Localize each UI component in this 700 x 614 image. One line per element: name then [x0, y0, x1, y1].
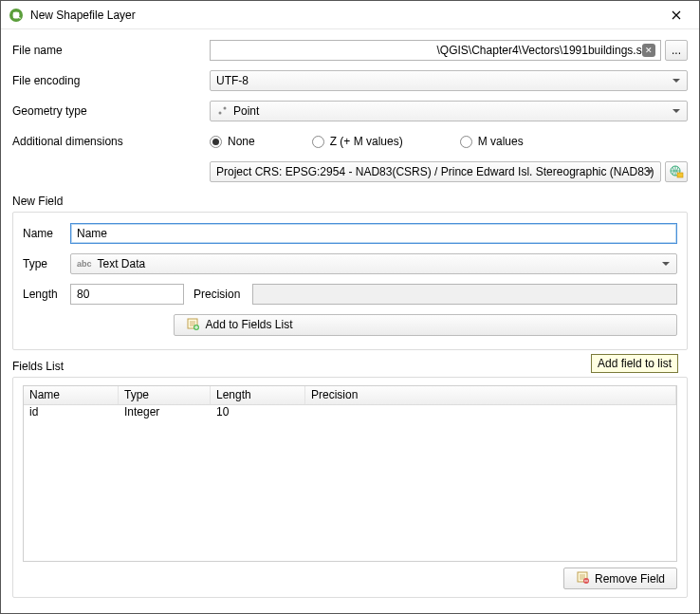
radio-none[interactable]: None: [210, 135, 255, 148]
fields-table[interactable]: Name Type Length Precision id Integer 10: [23, 385, 677, 562]
file-name-input[interactable]: [210, 40, 661, 61]
col-length[interactable]: Length: [211, 386, 305, 404]
new-field-title: New Field: [12, 195, 688, 208]
add-field-icon: [186, 317, 199, 333]
svg-point-1: [219, 112, 222, 115]
crs-picker-button[interactable]: [665, 161, 688, 182]
file-encoding-select[interactable]: UTF-8: [210, 70, 688, 91]
window-title: New Shapefile Layer: [30, 9, 655, 22]
geometry-type-select[interactable]: Point: [210, 101, 688, 121]
close-button[interactable]: [655, 2, 697, 28]
dimensions-label: Additional dimensions: [12, 135, 204, 148]
field-length-input[interactable]: [70, 284, 184, 305]
file-encoding-label: File encoding: [12, 74, 204, 87]
remove-field-icon: [576, 570, 589, 586]
crs-select[interactable]: Project CRS: EPSG:2954 - NAD83(CSRS) / P…: [210, 161, 661, 182]
tooltip: Add field to list: [591, 354, 678, 373]
title-bar: New Shapefile Layer: [1, 1, 699, 29]
fields-list-title: Fields List: [12, 360, 688, 373]
point-icon: [216, 105, 228, 117]
field-name-label: Name: [23, 227, 64, 240]
field-type-select[interactable]: abc Text Data: [70, 253, 677, 274]
field-precision-input: [252, 284, 677, 305]
file-name-label: File name: [12, 44, 204, 57]
col-type[interactable]: Type: [119, 386, 211, 404]
radio-z[interactable]: Z (+ M values): [312, 135, 403, 148]
col-precision[interactable]: Precision: [305, 386, 676, 404]
field-length-label: Length: [23, 288, 64, 301]
geometry-type-label: Geometry type: [12, 104, 204, 118]
app-icon: [9, 8, 24, 23]
field-type-label: Type: [23, 257, 64, 270]
radio-m[interactable]: M values: [460, 135, 524, 148]
col-name[interactable]: Name: [24, 386, 119, 404]
field-precision-label: Precision: [193, 288, 247, 301]
new-field-group: Name Type abc Text Data Length Precision…: [12, 212, 688, 350]
remove-field-button[interactable]: Remove Field: [563, 567, 677, 589]
table-row[interactable]: id Integer 10: [24, 405, 676, 421]
add-to-fields-button[interactable]: Add to Fields List: [174, 314, 677, 336]
field-name-input[interactable]: [70, 223, 677, 244]
fields-list-group: Name Type Length Precision id Integer 10…: [12, 377, 688, 598]
text-type-icon: abc: [77, 259, 92, 269]
browse-button[interactable]: ...: [665, 40, 688, 61]
svg-rect-4: [677, 173, 683, 177]
svg-point-2: [224, 107, 227, 110]
clear-icon[interactable]: ✕: [642, 44, 655, 57]
